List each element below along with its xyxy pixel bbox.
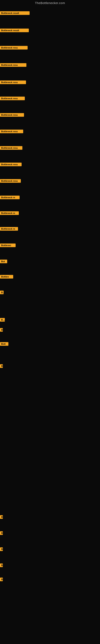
bottleneck-badge-2[interactable]: Bottleneck result — [0, 28, 29, 32]
bottleneck-row-13: Bottleneck re — [0, 211, 19, 216]
bottleneck-row-7: Bottleneck resu — [0, 113, 24, 118]
bottleneck-badge-7[interactable]: Bottleneck resu — [0, 113, 24, 117]
bottleneck-row-15: Bottlenec — [0, 244, 16, 248]
bottleneck-row-22: B — [0, 364, 3, 369]
bottleneck-badge-5[interactable]: Bottleneck resu — [0, 80, 26, 84]
bottleneck-row-27: B — [0, 578, 3, 582]
bottleneck-row-1: Bottleneck result — [0, 11, 30, 16]
bottleneck-badge-26[interactable]: B — [0, 564, 3, 567]
bottleneck-badge-21[interactable]: Bott — [0, 342, 8, 346]
bottleneck-row-24: B — [0, 531, 3, 536]
bottleneck-row-12: Bottleneck re — [0, 196, 20, 200]
bottleneck-badge-16[interactable]: Bot — [0, 260, 7, 263]
bottleneck-badge-24[interactable]: B — [0, 531, 3, 535]
bottleneck-badge-6[interactable]: Bottleneck resu — [0, 96, 25, 100]
bottleneck-badge-1[interactable]: Bottleneck result — [0, 11, 30, 15]
bottleneck-badge-27[interactable]: B — [0, 578, 3, 581]
bottleneck-row-4: Bottleneck resu — [0, 63, 26, 68]
bottleneck-row-2: Bottleneck result — [0, 28, 29, 33]
bottleneck-badge-13[interactable]: Bottleneck re — [0, 211, 19, 215]
bottleneck-row-11: Bottleneck resu — [0, 179, 21, 184]
bottleneck-row-17: Bottlen — [0, 275, 13, 279]
bottleneck-badge-3[interactable]: Bottleneck resu — [0, 46, 28, 50]
bottleneck-badge-8[interactable]: Bottleneck resu — [0, 130, 23, 133]
bottleneck-row-14: Bottleneck re — [0, 227, 18, 232]
bottleneck-row-20: B — [0, 328, 3, 332]
bottleneck-badge-14[interactable]: Bottleneck re — [0, 227, 18, 231]
bottleneck-row-8: Bottleneck resu — [0, 130, 23, 134]
bottleneck-badge-11[interactable]: Bottleneck resu — [0, 179, 21, 183]
bottleneck-badge-10[interactable]: Bottleneck resu — [0, 162, 22, 166]
bottleneck-badge-20[interactable]: B — [0, 328, 3, 332]
bottleneck-row-10: Bottleneck resu — [0, 162, 22, 167]
bottleneck-badge-25[interactable]: B — [0, 548, 3, 551]
bottleneck-row-26: B — [0, 564, 3, 568]
bottleneck-badge-15[interactable]: Bottlenec — [0, 244, 16, 247]
bottleneck-badge-18[interactable]: B — [0, 290, 3, 294]
bottleneck-row-16: Bot — [0, 260, 7, 264]
bottleneck-row-19: Bo — [0, 318, 5, 322]
bottleneck-row-25: B — [0, 548, 3, 552]
bottleneck-row-18: B — [0, 290, 3, 295]
bottleneck-badge-17[interactable]: Bottlen — [0, 275, 13, 278]
bottleneck-row-6: Bottleneck resu — [0, 96, 25, 101]
bottleneck-badge-12[interactable]: Bottleneck re — [0, 196, 20, 199]
bottleneck-badge-23[interactable]: B — [0, 515, 3, 519]
bottleneck-badge-22[interactable]: B — [0, 364, 3, 368]
bottleneck-row-21: Bott — [0, 342, 8, 346]
bottleneck-badge-9[interactable]: Bottleneck resu — [0, 146, 22, 150]
bottleneck-badge-19[interactable]: Bo — [0, 318, 5, 322]
bottleneck-row-23: B — [0, 515, 3, 520]
bottleneck-badge-4[interactable]: Bottleneck resu — [0, 63, 26, 67]
site-title: TheBottlenecker.com — [0, 0, 100, 6]
bottleneck-row-5: Bottleneck resu — [0, 80, 26, 85]
bottleneck-row-9: Bottleneck resu — [0, 146, 22, 150]
bottleneck-row-3: Bottleneck resu — [0, 46, 28, 50]
